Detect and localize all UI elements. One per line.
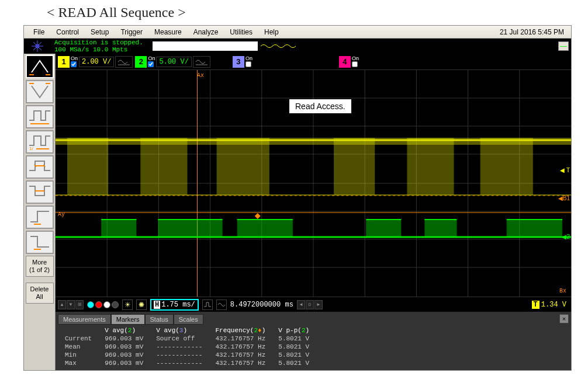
panel-close-button[interactable]: ×: [559, 314, 569, 323]
menu-setup[interactable]: Setup: [85, 27, 115, 37]
menu-trigger[interactable]: Trigger: [115, 27, 148, 37]
channel-2-coupling-icon[interactable]: [193, 56, 210, 68]
datetime: 21 Jul 2016 5:45 PM: [496, 27, 568, 37]
nav-next[interactable]: ►: [314, 300, 323, 309]
menu-help[interactable]: Help: [258, 27, 285, 37]
intensity-icon[interactable]: ☀: [122, 300, 133, 310]
menu-measure[interactable]: Measure: [148, 27, 188, 37]
tab-markers[interactable]: Markers: [111, 314, 145, 325]
waveform-display[interactable]: Read Access. Ax Ay Bx ◀ T ◀B1 ◀2: [56, 70, 571, 297]
channel-bar: 1 On 2.00 V/ 2 On 5.00 V/ 3 On: [56, 54, 571, 70]
menubar: File Control Setup Trigger Measure Analy…: [24, 26, 571, 39]
tool-sidebar: 1/ More(1 of 2) DeleteAll: [24, 54, 56, 370]
channel-1-enable[interactable]: [71, 61, 77, 67]
acquisition-status: Acquisition is stopped.100 MSa/s 10.0 Mp…: [51, 39, 147, 54]
channel-1-label: 1: [58, 56, 70, 68]
tool-fall-slope[interactable]: [26, 80, 54, 103]
channel-2-enable[interactable]: [148, 61, 154, 67]
color-dot-gray[interactable]: [112, 301, 119, 308]
svg-rect-23: [140, 138, 187, 195]
color-dot-white[interactable]: [103, 301, 110, 308]
svg-rect-35: [424, 219, 456, 238]
trigger-level[interactable]: T1.34 V: [530, 300, 569, 309]
menu-control[interactable]: Control: [50, 27, 85, 37]
svg-text:1/: 1/: [29, 146, 33, 151]
more-button[interactable]: More(1 of 2): [26, 256, 54, 277]
svg-rect-22: [67, 138, 108, 195]
trigger-marker: ◀ T: [560, 167, 570, 173]
tool-period[interactable]: 1/: [26, 130, 54, 154]
channel-4-label: 4: [339, 56, 351, 68]
zoom-mode-icon[interactable]: [202, 300, 213, 310]
tool-pulse-fall[interactable]: [26, 231, 54, 254]
page-title: < READ All Sequence >: [0, 0, 588, 25]
memory-bar[interactable]: [153, 41, 299, 51]
annotation-label: Read Access.: [289, 99, 351, 113]
tool-width-pos[interactable]: [26, 155, 54, 179]
tool-pulse-pos[interactable]: [26, 105, 54, 128]
scope-window: File Control Setup Trigger Measure Analy…: [23, 25, 572, 371]
meas-hdr-vavg3: V avg(3): [150, 327, 208, 334]
status-bar: Acquisition is stopped.100 MSa/s 10.0 Mp…: [24, 39, 571, 54]
channel-3[interactable]: 3 On: [233, 55, 253, 68]
svg-rect-27: [480, 138, 533, 195]
minimize-button[interactable]: —: [558, 41, 569, 51]
channel-1-coupling-icon[interactable]: [115, 56, 133, 68]
menu-utilities[interactable]: Utilities: [224, 27, 258, 37]
tab-measurements[interactable]: Measurements: [58, 314, 111, 325]
tab-scales[interactable]: Scales: [174, 314, 203, 325]
nav-prev[interactable]: ◄: [297, 300, 305, 309]
agilent-logo-icon: [24, 39, 51, 54]
channel-1[interactable]: 1 On 2.00 V/: [58, 55, 133, 68]
persistence-icon[interactable]: ✺: [136, 300, 147, 310]
timebase-scale[interactable]: H1.75 ms/: [150, 299, 199, 311]
svg-rect-33: [237, 219, 293, 238]
channel-3-label: 3: [233, 56, 244, 68]
tool-pulse-rise[interactable]: [26, 206, 54, 229]
channel-4-enable[interactable]: [352, 61, 358, 67]
tab-status[interactable]: Status: [145, 314, 174, 325]
ctl-grid-icon[interactable]: ⊞: [75, 300, 84, 309]
menu-file[interactable]: File: [27, 27, 50, 37]
svg-rect-34: [366, 219, 401, 238]
nav-zero[interactable]: 0: [306, 300, 314, 309]
marker-bx: Bx: [559, 288, 566, 294]
marker-ay: Ay: [58, 211, 65, 218]
measurement-table: V avg(2) V avg(3) Frequency(2♦) V p-p(2)…: [58, 326, 316, 368]
tool-rise-slope[interactable]: [26, 55, 54, 78]
measurement-tabs: Measurements Markers Status Scales: [58, 314, 559, 325]
color-dot-cyan[interactable]: [87, 301, 94, 308]
svg-rect-31: [101, 219, 136, 238]
meas-hdr-vavg2: V avg(2): [99, 327, 149, 334]
svg-rect-24: [217, 138, 269, 195]
control-bar: ▲ ▼ ⊞ ☀ ✺ H1.75 ms/ 8.4972000000 ms: [56, 297, 571, 312]
roll-mode-icon[interactable]: [216, 300, 227, 310]
channel-3-enable[interactable]: [245, 61, 251, 67]
ctl-zoom-in[interactable]: ▲: [58, 300, 66, 309]
memory-bar-wave-icon: [258, 41, 299, 51]
delay-value[interactable]: 8.4972000000 ms: [230, 301, 293, 309]
svg-rect-25: [334, 138, 375, 195]
menu-analyze[interactable]: Analyze: [188, 27, 224, 37]
ctl-zoom-out[interactable]: ▼: [67, 300, 75, 309]
channel-2[interactable]: 2 On 5.00 V/: [135, 55, 210, 68]
svg-rect-36: [507, 219, 562, 238]
delete-all-button[interactable]: DeleteAll: [26, 283, 54, 304]
marker-b1: ◀B1: [558, 195, 570, 201]
tool-width-neg[interactable]: [26, 180, 54, 204]
measurement-panel: × Measurements Markers Status Scales V a…: [56, 312, 571, 370]
channel-4[interactable]: 4 On: [339, 55, 359, 68]
svg-rect-26: [407, 138, 454, 195]
svg-rect-32: [158, 219, 222, 238]
marker-ax: Ax: [197, 72, 204, 79]
ch2-gnd-marker: ◀2: [562, 234, 570, 240]
channel-2-label: 2: [135, 56, 147, 68]
channel-2-scale[interactable]: 5.00 V/: [156, 57, 191, 67]
channel-1-scale[interactable]: 2.00 V/: [79, 57, 114, 67]
meas-hdr-vpp: V p-p(2): [272, 327, 315, 334]
meas-hdr-freq: Frequency(2♦): [209, 327, 271, 334]
color-dot-red[interactable]: [95, 301, 102, 308]
